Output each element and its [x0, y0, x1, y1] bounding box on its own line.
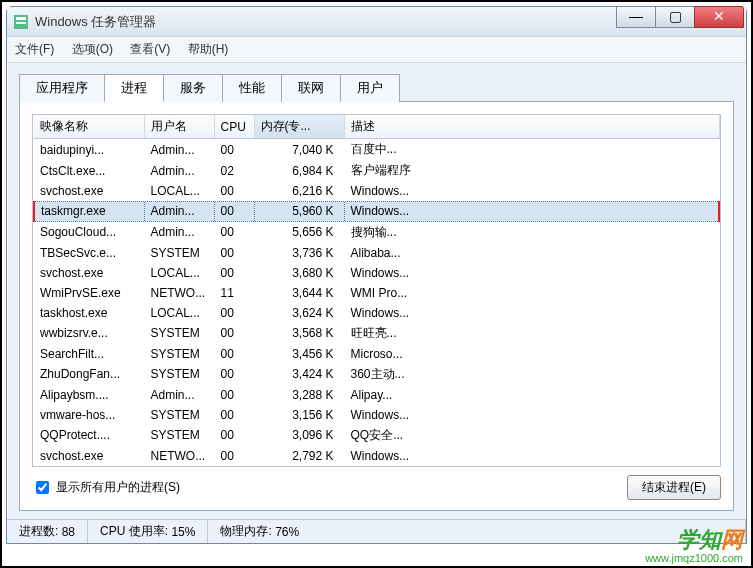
cell-user: SYSTEM	[144, 425, 214, 446]
minimize-button[interactable]: —	[616, 6, 656, 28]
menu-options[interactable]: 选项(O)	[72, 42, 113, 56]
cell-desc: Windows...	[344, 263, 719, 283]
titlebar[interactable]: Windows 任务管理器 — ▢ ✕	[7, 7, 746, 37]
cell-desc: 百度中...	[344, 139, 719, 161]
table-row[interactable]: svchost.exeNETWO...002,792 KWindows...	[34, 446, 719, 466]
table-row[interactable]: svchost.exeLOCAL...006,216 KWindows...	[34, 181, 719, 201]
cell-user: Admin...	[144, 385, 214, 405]
cell-user: SYSTEM	[144, 344, 214, 364]
col-cpu[interactable]: CPU	[214, 115, 254, 139]
table-row[interactable]: svchost.exeLOCAL...003,680 KWindows...	[34, 263, 719, 283]
cell-image: svchost.exe	[34, 181, 144, 201]
table-row[interactable]: taskhost.exeLOCAL...003,624 KWindows...	[34, 303, 719, 323]
cell-user: LOCAL...	[144, 181, 214, 201]
tab-1[interactable]: 进程	[104, 74, 164, 102]
cell-user: Admin...	[144, 160, 214, 181]
col-user-name[interactable]: 用户名	[144, 115, 214, 139]
cell-cpu: 00	[214, 303, 254, 323]
cell-cpu: 00	[214, 425, 254, 446]
cell-image: taskhost.exe	[34, 303, 144, 323]
table-row[interactable]: ZhuDongFan...SYSTEM003,424 K360主动...	[34, 364, 719, 385]
table-row[interactable]: taskmgr.exeAdmin...005,960 KWindows...	[34, 201, 719, 221]
cell-desc: Windows...	[344, 201, 719, 221]
status-bar: 进程数: 88 CPU 使用率: 15% 物理内存: 76%	[7, 519, 746, 543]
cell-user: LOCAL...	[144, 263, 214, 283]
table-row[interactable]: TBSecSvc.e...SYSTEM003,736 KAlibaba...	[34, 243, 719, 263]
cell-desc: WMI Pro...	[344, 283, 719, 303]
cell-user: SYSTEM	[144, 405, 214, 425]
cell-cpu: 00	[214, 263, 254, 283]
table-row[interactable]: SogouCloud...Admin...005,656 K搜狗输...	[34, 221, 719, 243]
svg-rect-2	[16, 22, 26, 24]
table-row[interactable]: QQProtect....SYSTEM003,096 KQQ安全...	[34, 425, 719, 446]
cell-desc: QQ安全...	[344, 425, 719, 446]
cell-image: ZhuDongFan...	[34, 364, 144, 385]
cell-desc: 旺旺亮...	[344, 323, 719, 344]
cell-cpu: 11	[214, 283, 254, 303]
cell-image: vmware-hos...	[34, 405, 144, 425]
tab-strip: 应用程序进程服务性能联网用户	[19, 73, 734, 101]
cell-memory: 3,644 K	[254, 283, 344, 303]
cell-image: baidupinyi...	[34, 139, 144, 161]
task-manager-window: Windows 任务管理器 — ▢ ✕ 文件(F) 选项(O) 查看(V) 帮助…	[6, 6, 747, 544]
cell-desc: 搜狗输...	[344, 221, 719, 243]
cell-image: TBSecSvc.e...	[34, 243, 144, 263]
cell-memory: 3,624 K	[254, 303, 344, 323]
end-process-button[interactable]: 结束进程(E)	[627, 475, 721, 500]
processes-panel: 映像名称 用户名 CPU 内存(专... 描述 baidupinyi...Adm…	[19, 101, 734, 511]
tab-2[interactable]: 服务	[163, 74, 223, 102]
taskmgr-icon	[13, 14, 29, 30]
cell-desc: Alipay...	[344, 385, 719, 405]
cell-user: Admin...	[144, 139, 214, 161]
cell-memory: 5,960 K	[254, 201, 344, 221]
menubar: 文件(F) 选项(O) 查看(V) 帮助(H)	[7, 37, 746, 63]
col-image-name[interactable]: 映像名称	[34, 115, 144, 139]
cell-memory: 2,792 K	[254, 446, 344, 466]
window-title: Windows 任务管理器	[35, 13, 156, 31]
table-row[interactable]: SearchFilt...SYSTEM003,456 KMicroso...	[34, 344, 719, 364]
process-table[interactable]: 映像名称 用户名 CPU 内存(专... 描述 baidupinyi...Adm…	[32, 114, 721, 467]
maximize-button[interactable]: ▢	[655, 6, 695, 28]
cell-cpu: 02	[214, 160, 254, 181]
cell-memory: 3,096 K	[254, 425, 344, 446]
col-memory[interactable]: 内存(专...	[254, 115, 344, 139]
cell-memory: 3,288 K	[254, 385, 344, 405]
cell-image: Alipaybsm....	[34, 385, 144, 405]
show-all-users-input[interactable]	[36, 481, 49, 494]
tab-0[interactable]: 应用程序	[19, 74, 105, 102]
cell-desc: Windows...	[344, 181, 719, 201]
menu-file[interactable]: 文件(F)	[15, 42, 54, 56]
cell-desc: 360主动...	[344, 364, 719, 385]
col-description[interactable]: 描述	[344, 115, 719, 139]
cell-user: NETWO...	[144, 446, 214, 466]
show-all-users-checkbox[interactable]: 显示所有用户的进程(S)	[32, 478, 180, 497]
cell-image: wwbizsrv.e...	[34, 323, 144, 344]
menu-help[interactable]: 帮助(H)	[188, 42, 229, 56]
cell-image: QQProtect....	[34, 425, 144, 446]
menu-view[interactable]: 查看(V)	[130, 42, 170, 56]
table-row[interactable]: wwbizsrv.e...SYSTEM003,568 K旺旺亮...	[34, 323, 719, 344]
cell-cpu: 00	[214, 243, 254, 263]
cell-cpu: 00	[214, 364, 254, 385]
table-row[interactable]: Alipaybsm....Admin...003,288 KAlipay...	[34, 385, 719, 405]
cell-image: taskmgr.exe	[34, 201, 144, 221]
status-cpu: CPU 使用率: 15%	[88, 520, 208, 543]
table-row[interactable]: CtsClt.exe...Admin...026,984 K客户端程序	[34, 160, 719, 181]
cell-memory: 3,568 K	[254, 323, 344, 344]
table-row[interactable]: baidupinyi...Admin...007,040 K百度中...	[34, 139, 719, 161]
cell-memory: 3,456 K	[254, 344, 344, 364]
cell-memory: 3,736 K	[254, 243, 344, 263]
table-row[interactable]: WmiPrvSE.exeNETWO...113,644 KWMI Pro...	[34, 283, 719, 303]
cell-desc: Windows...	[344, 303, 719, 323]
cell-desc: 客户端程序	[344, 160, 719, 181]
cell-cpu: 00	[214, 181, 254, 201]
close-button[interactable]: ✕	[694, 6, 744, 28]
cell-desc: Windows...	[344, 405, 719, 425]
tab-5[interactable]: 用户	[340, 74, 400, 102]
table-row[interactable]: vmware-hos...SYSTEM003,156 KWindows...	[34, 405, 719, 425]
tab-3[interactable]: 性能	[222, 74, 282, 102]
cell-image: SearchFilt...	[34, 344, 144, 364]
cell-memory: 3,680 K	[254, 263, 344, 283]
cell-cpu: 00	[214, 221, 254, 243]
tab-4[interactable]: 联网	[281, 74, 341, 102]
